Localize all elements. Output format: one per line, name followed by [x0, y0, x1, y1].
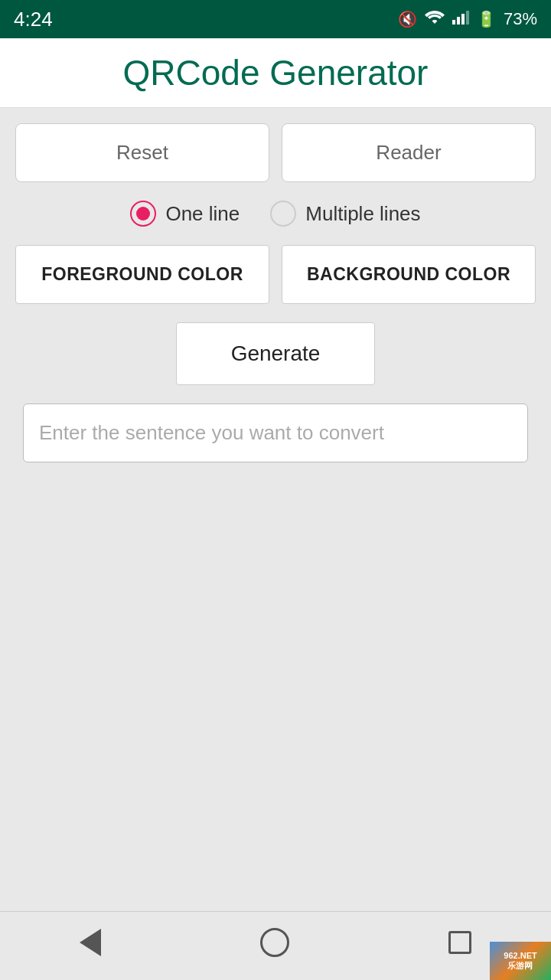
text-input-container	[15, 403, 536, 462]
app-title: QRCode Generator	[15, 52, 536, 93]
wifi-icon	[425, 10, 445, 29]
radio-group: One line Multiple lines	[15, 201, 536, 227]
svg-rect-3	[466, 11, 469, 24]
recent-icon	[448, 931, 471, 954]
status-bar: 4:24 🔇 🔋 73%	[0, 0, 551, 38]
watermark-text: 962.NET乐游网	[504, 951, 536, 971]
back-icon	[80, 929, 101, 956]
watermark: 962.NET乐游网	[490, 942, 551, 980]
nav-home-button[interactable]	[260, 928, 289, 957]
signal-icon	[452, 11, 469, 28]
radio-one-line-inner	[136, 207, 150, 220]
generate-container: Generate	[15, 322, 536, 385]
status-icons: 🔇 🔋 73%	[398, 9, 537, 29]
color-button-row: FOREGROUND COLOR BACKGROUND COLOR	[15, 245, 536, 304]
foreground-color-button[interactable]: FOREGROUND COLOR	[15, 245, 269, 304]
reset-button[interactable]: Reset	[15, 123, 269, 182]
radio-multiple-lines-circle	[270, 201, 296, 227]
sentence-input[interactable]	[23, 403, 528, 462]
app-bar: QRCode Generator	[0, 38, 551, 108]
nav-recent-button[interactable]	[448, 931, 471, 954]
generate-button[interactable]: Generate	[176, 322, 375, 385]
top-button-row: Reset Reader	[15, 123, 536, 182]
battery-percentage: 73%	[504, 9, 537, 29]
svg-rect-0	[452, 20, 455, 24]
radio-one-line-circle	[130, 201, 156, 227]
radio-one-line[interactable]: One line	[130, 201, 240, 227]
battery-icon: 🔋	[477, 10, 496, 28]
reader-button[interactable]: Reader	[282, 123, 536, 182]
radio-one-line-label: One line	[165, 202, 240, 226]
home-icon	[260, 928, 289, 957]
radio-multiple-lines[interactable]: Multiple lines	[270, 201, 420, 227]
svg-rect-1	[457, 17, 460, 24]
nav-back-button[interactable]	[80, 929, 101, 956]
nav-bar: 962.NET乐游网	[0, 911, 551, 980]
status-time: 4:24	[14, 8, 53, 31]
radio-multiple-lines-label: Multiple lines	[305, 202, 420, 226]
background-color-button[interactable]: BACKGROUND COLOR	[282, 245, 536, 304]
mute-icon: 🔇	[398, 10, 417, 28]
main-content: Reset Reader One line Multiple lines FOR…	[0, 108, 551, 911]
svg-rect-2	[461, 14, 465, 24]
